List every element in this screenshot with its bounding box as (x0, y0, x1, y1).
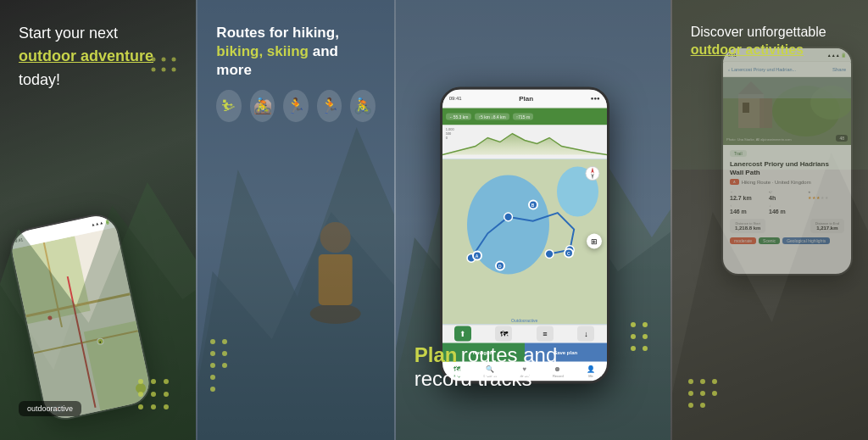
plan-word: Plan (415, 343, 458, 366)
panel-discover: Discover unforgettable outdoor activitie… (670, 0, 868, 440)
svg-point-43 (631, 334, 636, 339)
marker-d: D (495, 261, 505, 271)
panel-outdoor-adventure: Start your next outdoor adventure today!… (0, 0, 196, 440)
dot-decoration-p4 (682, 373, 729, 423)
marker-b: B (528, 200, 538, 210)
svg-point-25 (210, 363, 215, 368)
run-icon: 🏃 (317, 90, 342, 122)
dot-decoration-p2 (206, 335, 240, 406)
activity-icons-row: ⛷ 🚵 🏃 🏃 🚴 (216, 90, 375, 122)
svg-point-37 (545, 249, 554, 258)
phone-mockup-p3: 09:41 Plan ●●● ←55.3 km ↑5 km ↓8.4 km ↑7… (440, 86, 609, 383)
panel1-headline-highlight: outdoor adventure (19, 47, 153, 64)
cycle-icon: 🚴 (350, 90, 375, 122)
oa-watermark: Outdooractive (511, 317, 537, 322)
svg-point-64 (688, 403, 693, 408)
svg-point-62 (700, 391, 705, 396)
stat-elevation: ↑5 km ↓8.4 km (475, 113, 509, 120)
panel2-highlight: biking, skiing (216, 43, 309, 59)
outdooractive-label: outdooractive (19, 401, 81, 416)
svg-point-5 (138, 392, 143, 397)
svg-point-15 (172, 58, 176, 62)
svg-point-3 (151, 379, 156, 384)
svg-point-45 (631, 346, 636, 351)
elev-label: 1,0005000 (446, 126, 454, 139)
svg-point-7 (164, 392, 169, 397)
hike-icon: 🏃 (283, 90, 308, 122)
svg-point-63 (712, 391, 717, 396)
plan-status-icons: ●●● (591, 96, 600, 101)
panel3-content: 09:41 Plan ●●● ←55.3 km ↑5 km ↓8.4 km ↑7… (396, 0, 670, 440)
svg-point-12 (162, 58, 166, 62)
plan-toolbar: ⬆ 🗺 ≡ ↓ (442, 324, 607, 343)
svg-point-44 (643, 334, 648, 339)
plan-title-label: Plan (519, 94, 533, 102)
panel-plan: 09:41 Plan ●●● ←55.3 km ↑5 km ↓8.4 km ↑7… (394, 0, 670, 440)
svg-point-24 (210, 351, 215, 356)
svg-point-26 (210, 375, 215, 380)
svg-point-23 (210, 339, 215, 344)
svg-point-8 (138, 404, 143, 409)
panel2-headline2: biking, skiing and more (216, 42, 375, 80)
svg-point-14 (162, 68, 166, 72)
svg-point-58 (688, 379, 693, 384)
dot-decoration-p3 (626, 318, 660, 372)
svg-point-42 (643, 322, 648, 327)
dot-decoration-1 (132, 373, 183, 427)
svg-point-28 (222, 339, 227, 344)
route-path (442, 159, 607, 324)
marker-a: A (472, 251, 482, 261)
discover-highlight: outdoor activities (691, 42, 804, 57)
svg-point-35 (504, 213, 512, 221)
toolbar-download-btn[interactable]: ↓ (577, 326, 594, 342)
plan-header: 09:41 Plan ●●● (442, 89, 607, 108)
svg-point-9 (151, 404, 156, 409)
svg-point-2 (138, 379, 143, 384)
panel-routes: Routes for hiking, biking, skiing and mo… (196, 0, 393, 440)
bike-icon: 🚵 (250, 90, 275, 122)
toolbar-settings-btn[interactable]: ≡ (537, 326, 554, 342)
panel3-bottom-text: Plan routes andrecord tracks (415, 343, 558, 416)
panel4-headline: Discover unforgettable outdoor activitie… (691, 24, 849, 59)
svg-point-11 (152, 58, 156, 62)
svg-point-27 (210, 387, 215, 392)
stat-distance: ←55.3 km (446, 113, 472, 120)
svg-point-61 (688, 391, 693, 396)
compass (585, 165, 600, 181)
svg-point-6 (151, 392, 156, 397)
plan-time: 09:41 (449, 96, 462, 101)
tab-profile[interactable]: 👤 Me (587, 365, 595, 377)
svg-point-46 (643, 346, 648, 351)
stat-height: ↑715 m (513, 113, 533, 120)
discover-before: Discover unforgettable (691, 25, 826, 39)
toolbar-navigate-btn[interactable]: ⬆ (454, 326, 471, 342)
dot-decoration-top (145, 51, 187, 97)
svg-point-4 (164, 379, 169, 384)
toolbar-layers-btn[interactable]: 🗺 (495, 326, 512, 342)
svg-point-65 (700, 403, 705, 408)
svg-point-59 (700, 379, 705, 384)
svg-point-29 (222, 351, 227, 356)
panel1-headline-before: Start your next (19, 24, 177, 43)
svg-point-60 (712, 379, 717, 384)
svg-point-41 (631, 322, 636, 327)
tab-profile-label: Me (588, 373, 593, 377)
panel2-headline1: Routes for hiking, (216, 24, 375, 42)
plan-map-area: A B C D ⊞ (442, 159, 607, 324)
plan-screen: 09:41 Plan ●●● ←55.3 km ↑5 km ↓8.4 km ↑7… (442, 89, 607, 381)
svg-point-30 (222, 363, 227, 368)
elevation-chart: 1,0005000 (442, 125, 607, 159)
svg-point-10 (164, 404, 169, 409)
svg-point-16 (172, 68, 176, 72)
ski-icon: ⛷ (216, 90, 241, 122)
layers-button[interactable]: ⊞ (587, 234, 602, 249)
svg-point-13 (152, 68, 156, 72)
plan-stats-bar: ←55.3 km ↑5 km ↓8.4 km ↑715 m (442, 108, 607, 125)
profile-tab-icon: 👤 (587, 365, 595, 372)
